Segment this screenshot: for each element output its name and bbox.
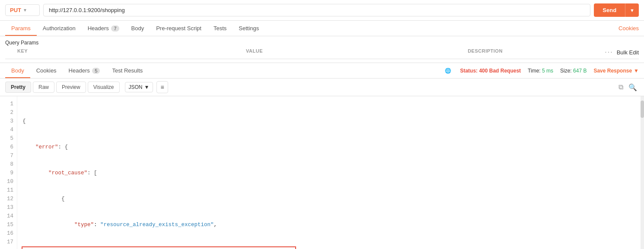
tab-pre-request[interactable]: Pre-request Script [150, 21, 207, 36]
code-line-5: "type": "resource_already_exists_excepti… [22, 221, 635, 229]
format-label: JSON [129, 84, 143, 90]
line-num-6: 6 [0, 143, 17, 151]
format-selector[interactable]: JSON ▼ [125, 82, 153, 92]
status-badge: Status: 400 Bad Request [460, 68, 521, 74]
col-value-header: VALUE [246, 48, 468, 56]
scrollbar-thumb[interactable] [641, 101, 644, 118]
line-num-13: 13 [0, 203, 17, 212]
line-num-9: 9 [0, 169, 17, 177]
view-raw-button[interactable]: Raw [33, 82, 54, 93]
method-chevron: ▼ [23, 8, 27, 13]
line-num-10: 10 [0, 177, 17, 186]
response-status-bar: 🌐 Status: 400 Bad Request Time: 5 ms Siz… [445, 68, 639, 74]
code-line-6: "reason": "index [shopping/1yfznovYRkSAy… [22, 246, 635, 249]
tab-headers[interactable]: Headers 7 [82, 21, 125, 36]
col-actions: ··· Bulk Edit [605, 48, 639, 56]
wrap-button[interactable]: ≡ [156, 81, 168, 93]
code-line-3: "root_cause": [ [22, 169, 635, 177]
globe-icon: 🌐 [445, 68, 451, 74]
save-response-arrow: ▼ [634, 68, 639, 74]
line-num-11: 11 [0, 186, 17, 195]
request-tabs: Params Authorization Headers 7 Body Pre-… [0, 21, 644, 36]
res-tab-headers[interactable]: Headers 5 [63, 63, 106, 78]
res-tab-body[interactable]: Body [5, 63, 30, 78]
line-num-8: 8 [0, 160, 17, 169]
method-label: PUT [10, 7, 21, 13]
tab-params[interactable]: Params [5, 21, 37, 36]
view-preview-button[interactable]: Preview [56, 82, 86, 93]
code-line-4: { [22, 195, 635, 203]
tab-authorization[interactable]: Authorization [37, 21, 82, 36]
line-num-15: 15 [0, 221, 17, 229]
line-num-1: 1 [0, 100, 17, 108]
line-num-3: 3 [0, 117, 17, 126]
line-num-5: 5 [0, 134, 17, 143]
col-desc-header: DESCRIPTION [468, 48, 605, 56]
line-num-17: 17 [0, 238, 17, 246]
code-area: 1 2 3 4 5 6 7 8 9 10 11 12 13 14 15 16 1… [0, 96, 644, 249]
res-tab-test-results[interactable]: Test Results [106, 63, 149, 78]
top-bar: PUT ▼ Send ▼ [0, 0, 644, 21]
code-content: { "error": { "root_cause": [ { "type": "… [17, 96, 641, 249]
more-options-icon[interactable]: ··· [605, 48, 613, 56]
send-button-group: Send ▼ [594, 3, 639, 17]
response-tabs-bar: Body Cookies Headers 5 Test Results 🌐 St… [0, 63, 644, 79]
body-toolbar: Pretty Raw Preview Visualize JSON ▼ ≡ ⧉ … [0, 79, 644, 96]
query-params-label: Query Params [5, 40, 639, 46]
tab-tests[interactable]: Tests [207, 21, 233, 36]
tab-settings[interactable]: Settings [233, 21, 265, 36]
time-label: Time: 5 ms [528, 68, 553, 74]
scrollbar[interactable] [641, 96, 644, 249]
line-num-7: 7 [0, 151, 17, 160]
size-value: 647 B [573, 68, 587, 74]
cookies-link[interactable]: Cookies [618, 25, 639, 32]
time-value: 5 ms [542, 68, 553, 74]
line-num-12: 12 [0, 195, 17, 203]
url-input[interactable] [43, 4, 590, 16]
method-selector[interactable]: PUT ▼ [5, 4, 40, 16]
send-button[interactable]: Send [594, 3, 625, 17]
res-tab-cookies[interactable]: Cookies [30, 63, 63, 78]
col-key-header: KEY [5, 48, 246, 56]
copy-button[interactable]: ⧉ [617, 82, 625, 93]
line-num-2: 2 [0, 108, 17, 117]
code-line-1: { [22, 117, 635, 126]
tab-body[interactable]: Body [125, 21, 150, 36]
params-table-header: KEY VALUE DESCRIPTION ··· Bulk Edit [5, 46, 639, 59]
save-response-label: Save Response [593, 68, 632, 74]
save-response-button[interactable]: Save Response ▼ [593, 68, 639, 74]
size-label: Size: 647 B [560, 68, 587, 74]
view-pretty-button[interactable]: Pretty [5, 82, 31, 93]
send-arrow-button[interactable]: ▼ [625, 3, 639, 17]
code-line-2: "error": { [22, 143, 635, 151]
search-button[interactable]: 🔍 [627, 82, 639, 93]
format-arrow: ▼ [144, 84, 150, 90]
line-num-14: 14 [0, 212, 17, 221]
view-visualize-button[interactable]: Visualize [88, 82, 120, 93]
query-params-section: Query Params KEY VALUE DESCRIPTION ··· B… [0, 36, 644, 63]
bulk-edit-button[interactable]: Bulk Edit [617, 49, 639, 56]
line-numbers: 1 2 3 4 5 6 7 8 9 10 11 12 13 14 15 16 1… [0, 96, 17, 249]
line-num-16: 16 [0, 229, 17, 238]
line-num-4: 4 [0, 126, 17, 134]
